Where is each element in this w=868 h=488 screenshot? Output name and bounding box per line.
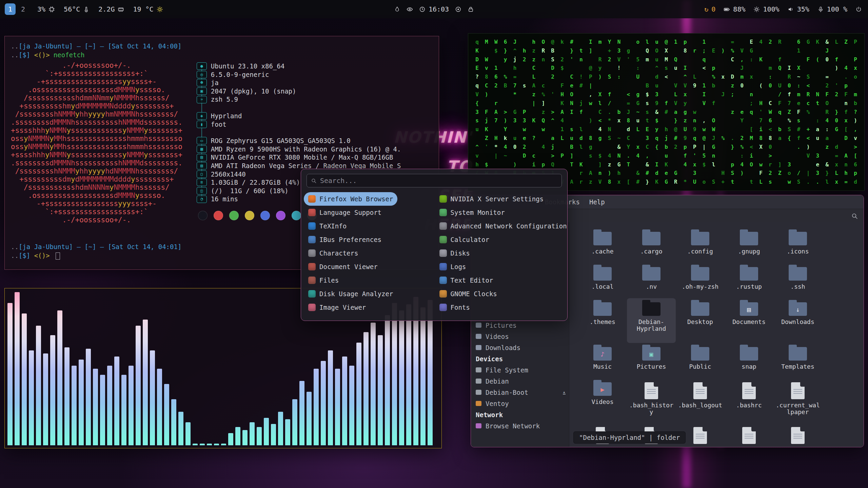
topbar-center: 16:03 [394,5,474,13]
launcher-item[interactable]: System Monitor [435,206,509,219]
launcher-item[interactable]: Fonts [435,301,474,314]
file-grid-item[interactable]: Desktop [676,298,725,343]
file-grid-item[interactable]: .current_wallpaper [773,378,822,423]
visualizer-bar [406,304,411,445]
volume-module[interactable]: 35% [788,5,809,13]
network-configuration-icon [439,222,447,230]
temperature-module: 56°C [64,5,90,13]
color-swatch [214,211,223,220]
updates-count: 0 [711,5,715,13]
eye-icon[interactable] [407,6,413,13]
prompt-dollar: [$] [19,51,30,59]
file-grid-item[interactable]: .bashrc [725,378,773,423]
launcher-item[interactable]: Language Support [304,206,386,219]
file-grid-item[interactable]: .icons [773,228,822,263]
clock-time: 16:03 [429,5,449,13]
launcher-item[interactable]: Characters [304,246,362,260]
file-grid-item[interactable]: snap [725,343,773,378]
launcher-item[interactable]: GNOME Clocks [435,287,501,301]
visualizer-bar [321,361,326,445]
file-label: Pictures [637,363,666,370]
file-grid-item[interactable] [773,423,822,447]
launcher-item[interactable]: Disk Usage Analyzer [304,287,397,301]
workspace-button-2[interactable]: 2 [18,3,28,15]
workspace-button-1[interactable]: 1 [5,3,16,15]
launcher-item[interactable]: Advanced Network Configuration [435,219,571,233]
launcher-item[interactable]: TeXInfo [304,219,351,233]
file-grid-item[interactable]: .nv [627,263,676,298]
sidebar-item-file-system[interactable]: File System ▴ [471,364,569,375]
launcher-item[interactable]: Image Viewer [304,301,370,314]
sidebar-item-browse-network[interactable]: Browse Network ▴ [471,420,569,431]
file-grid-item[interactable]: .rustup [725,263,773,298]
sidebar-item-ventoy[interactable]: Ventoy ▴ [471,398,569,409]
disk-icon: ◫ [197,187,207,195]
file-grid-item[interactable]: ▤ Documents [725,298,773,343]
battery-module[interactable]: 88% [724,5,745,13]
color-swatch [260,211,270,220]
launcher-item[interactable]: Firefox Web Browser [304,192,397,206]
power-icon[interactable] [855,6,862,13]
launcher-item[interactable]: NVIDIA X Server Settings [435,192,548,206]
place-icon [476,423,481,428]
file-icon [691,267,709,281]
sidebar-item-debian[interactable]: Debian ▴ [471,375,569,387]
menubar-item-help[interactable]: Help [589,198,605,206]
search-icon[interactable] [851,212,858,220]
sidebar-header-network[interactable]: Network ▴ [471,409,569,420]
file-grid-item[interactable]: .oh-my-zsh [676,263,725,298]
file-grid-item[interactable]: .bash_logout [676,378,725,423]
brightness-module[interactable]: 100% [753,5,779,13]
sidebar-item-downloads[interactable]: Downloads ▴ [471,342,569,353]
launcher-item[interactable]: Calculator [435,233,494,246]
prompt-command: neofetch [54,51,85,59]
microphone-module[interactable]: 100 % [817,5,847,13]
file-grid-item[interactable]: ↓ Downloads [773,298,822,343]
launcher-item[interactable]: IBus Preferences [304,233,386,246]
visualizer-bar [299,381,304,445]
file-grid-item[interactable]: .bash_history [627,378,676,423]
lock-icon[interactable] [468,6,474,13]
sidebar-item-pictures[interactable]: Pictures ▴ [471,320,569,331]
file-icon [740,347,758,361]
file-grid-item[interactable]: Public [676,343,725,378]
file-grid-item[interactable]: .gnupg [725,228,773,263]
file-grid-item[interactable]: ▣ Pictures [627,343,676,378]
eject-icon[interactable]: ▴ [563,390,566,394]
launcher-item-label: Advanced Network Configuration [451,222,567,230]
launcher-item[interactable]: Text Editor [435,273,498,287]
sidebar-item-debian-boot[interactable]: Debian-Boot ▴ [471,387,569,398]
launcher-item-label: Text Editor [451,277,493,284]
sidebar-item-videos[interactable]: Videos ▴ [471,331,569,342]
visualizer-bar [185,422,191,445]
search-input[interactable] [319,176,557,185]
file-grid-item[interactable]: ▶ Videos [578,378,627,423]
launcher-item[interactable]: Logs [435,260,471,273]
visualizer-bar [200,444,205,445]
file-grid-item[interactable]: .config [676,228,725,263]
launcher-item[interactable]: Files [304,273,343,287]
file-grid-item[interactable]: .ssh [773,263,822,298]
calculator-icon [439,236,447,243]
place-icon [476,323,481,328]
file-grid-item[interactable]: .cache [578,228,627,263]
file-grid-item[interactable]: .themes [578,298,627,343]
launcher-item[interactable]: Document Viewer [304,260,382,273]
sidebar-header-devices[interactable]: Devices ▴ [471,353,569,364]
updates-module[interactable]: ↻ 0 [704,5,715,13]
file-grid-item[interactable] [725,423,773,447]
dot-circle-icon [455,6,461,13]
launcher-item[interactable]: Disks [435,246,474,260]
file-grid-item[interactable]: Debian-Hyprland [627,298,676,343]
file-grid-item[interactable]: .local [578,263,627,298]
neofetch-info-text: 868x488 [211,170,246,179]
launcher-item-label: Image Viewer [319,304,366,311]
visualizer-bar [50,335,55,445]
file-icon [691,347,709,361]
launcher-item-label: Characters [319,249,358,257]
file-grid-item[interactable]: ♪ Music [578,343,627,378]
visualizer-bar [143,320,148,445]
file-grid-item[interactable]: .cargo [627,228,676,263]
memory-module: 2.2G [98,5,124,13]
file-grid-item[interactable]: Templates [773,343,822,378]
